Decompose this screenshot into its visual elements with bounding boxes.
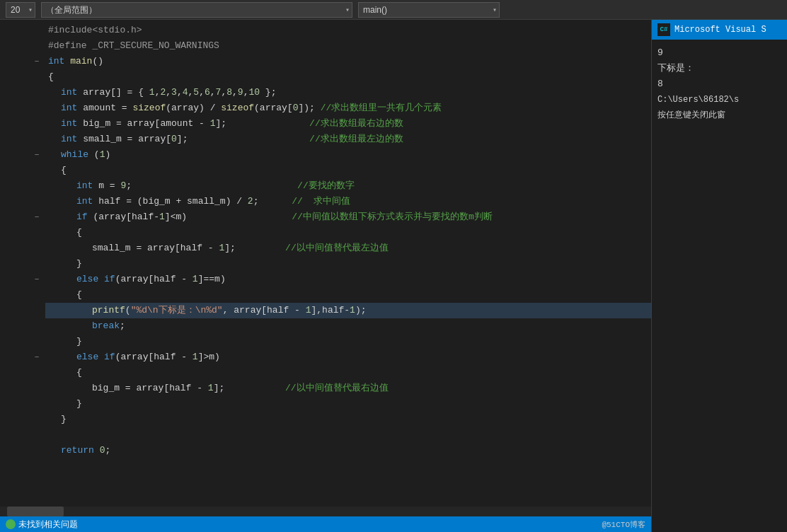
line-number-dropdown[interactable]: 20: [6, 2, 35, 18]
code-text: m =: [93, 178, 120, 194]
code-text: else: [76, 349, 98, 365]
code-text: 6: [205, 85, 210, 100]
watermark-text: @51CTO博客: [602, 519, 645, 530]
code-text: 1: [149, 85, 155, 100]
console-content: 9 下标是： 8 C:\Users\86182\s 按任意键关闭此窗: [652, 40, 787, 532]
code-line-27: [45, 427, 651, 443]
collapse-btn-elseif1[interactable]: −: [32, 272, 42, 287]
hscroll-thumb[interactable]: [7, 507, 64, 516]
code-text: ]>m): [198, 349, 220, 365]
code-text: "%d\n下标是：\n%d": [131, 303, 223, 318]
code-line-10: {: [45, 163, 651, 178]
code-text: 0: [100, 443, 105, 458]
code-text: (array) /: [166, 100, 221, 116]
code-text: int: [48, 54, 64, 69]
code-text: (array[half-: [88, 209, 159, 225]
code-text: //以中间值替代最左边值: [285, 241, 389, 256]
collapse-btn-elseif2[interactable]: −: [32, 349, 42, 365]
code-text: 3: [171, 85, 177, 100]
code-text: ;: [105, 443, 110, 458]
console-panel: C# Microsoft Visual S 9 下标是： 8 C:\Users\…: [651, 20, 787, 532]
code-text: , array[half -: [223, 303, 306, 318]
code-text: {: [61, 163, 67, 178]
code-text: // 求中间值: [292, 194, 350, 209]
code-line-26: }: [45, 412, 651, 427]
code-line-21: }: [45, 334, 651, 349]
code-text: 1: [193, 349, 198, 365]
code-line-19: printf("%d\n下标是：\n%d", array[half - 1],h…: [45, 303, 651, 318]
code-text: //求出数组最左边的数: [309, 132, 403, 147]
code-line-7: int big_m = array[amount - 1]; //求出数组最右边…: [45, 116, 651, 132]
code-line-28: return 0;: [45, 443, 651, 458]
console-title: Microsoft Visual S: [674, 25, 766, 35]
code-line-20: break;: [45, 318, 651, 334]
line-number-dropdown-wrapper[interactable]: 20: [6, 2, 35, 18]
code-text: ]<m): [165, 209, 292, 225]
code-text: sizeof: [132, 100, 166, 116]
code-text: //求出数组里一共有几个元素: [321, 100, 442, 116]
code-text: ): [105, 147, 110, 163]
code-text: 5: [193, 85, 199, 100]
status-issues: 未找到相关问题: [6, 519, 78, 531]
code-text: if: [104, 349, 115, 365]
code-text: 1: [159, 209, 165, 225]
code-text: small_m = array[: [77, 132, 171, 147]
code-line-4: {: [45, 69, 651, 85]
code-text: 8: [226, 85, 232, 100]
code-line-9: while (1): [45, 147, 651, 163]
scope-dropdown-wrapper[interactable]: （全局范围）: [41, 2, 352, 18]
collapse-btn-main[interactable]: −: [32, 54, 42, 69]
code-text: if: [76, 209, 88, 225]
code-text: 10: [248, 85, 260, 100]
code-text: ,: [155, 85, 161, 100]
code-line-2: #define _CRT_SECURE_NO_WARNINGS: [45, 38, 651, 54]
scope-dropdown[interactable]: （全局范围）: [41, 2, 352, 18]
code-text: 2: [248, 194, 253, 209]
code-text: int: [61, 116, 77, 132]
code-line-5: int array[] = { 1,2,3,4,5,6,7,8,9,10 };: [45, 85, 651, 100]
code-text: ,: [221, 85, 226, 100]
code-text: int: [76, 194, 93, 209]
collapse-column: − −: [28, 20, 45, 507]
code-text: ,: [177, 85, 183, 100]
code-text: [48, 427, 54, 443]
code-scroll[interactable]: − −: [0, 20, 651, 507]
code-text: 9: [120, 178, 126, 194]
code-line-8: int small_m = array[0]; //求出数组最左边的数: [45, 132, 651, 147]
console-line-2: 下标是：: [657, 61, 781, 76]
code-text: //要找的数字: [297, 178, 355, 194]
code-line-16: }: [45, 256, 651, 272]
code-text: 0: [293, 100, 299, 116]
function-dropdown[interactable]: main(): [358, 2, 500, 18]
code-text: };: [260, 85, 276, 100]
code-line-11: int m = 9; //要找的数字: [45, 178, 651, 194]
collapse-btn-while[interactable]: −: [32, 147, 42, 163]
code-line-6: int amount = sizeof(array) / sizeof(arra…: [45, 100, 651, 116]
collapse-btn-if1[interactable]: −: [32, 209, 42, 225]
code-text: printf: [92, 303, 125, 318]
code-text: ,: [243, 85, 249, 100]
code-text: ,: [210, 85, 216, 100]
code-text: }: [61, 412, 67, 427]
code-text: (: [88, 147, 100, 163]
console-header: C# Microsoft Visual S: [652, 20, 787, 40]
code-text: //中间值以数组下标方式表示并与要找的数m判断: [292, 209, 492, 225]
code-text: while: [61, 147, 88, 163]
function-dropdown-wrapper[interactable]: main(): [358, 2, 500, 18]
main-area: − −: [0, 20, 787, 532]
horizontal-scrollbar[interactable]: [0, 507, 651, 516]
app-container: 20 （全局范围） main(): [0, 0, 787, 532]
code-text: big_m = array[half -: [92, 381, 208, 396]
code-text: 9: [238, 85, 243, 100]
code-line-12: int half = (big_m + small_m) / 2; // 求中间…: [45, 194, 651, 209]
code-text: sizeof: [221, 100, 254, 116]
status-dot-icon: [6, 519, 16, 529]
code-line-25: }: [45, 396, 651, 412]
code-text: small_m = array[half -: [92, 241, 219, 256]
code-line-13: if (array[half-1]<m) //中间值以数组下标方式表示并与要找的…: [45, 209, 651, 225]
code-text: 1: [210, 116, 216, 132]
code-line-15: small_m = array[half - 1]; //以中间值替代最左边值: [45, 241, 651, 256]
code-text: {: [76, 225, 82, 241]
code-line-1: #include<stdio.h>: [45, 23, 651, 38]
code-text: (array[half -: [115, 272, 193, 287]
